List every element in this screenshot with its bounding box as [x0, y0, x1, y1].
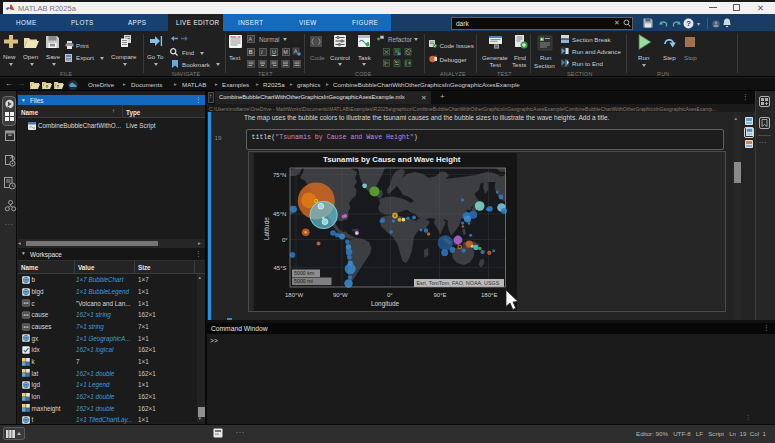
svg-text:5000 mi: 5000 mi	[294, 278, 313, 284]
svg-text:?: ?	[686, 19, 691, 28]
svg-text:5000 km: 5000 km	[294, 270, 315, 276]
svg-text:Esri, TomTom, FAO, NOAA, USGS: Esri, TomTom, FAO, NOAA, USGS	[416, 280, 499, 286]
